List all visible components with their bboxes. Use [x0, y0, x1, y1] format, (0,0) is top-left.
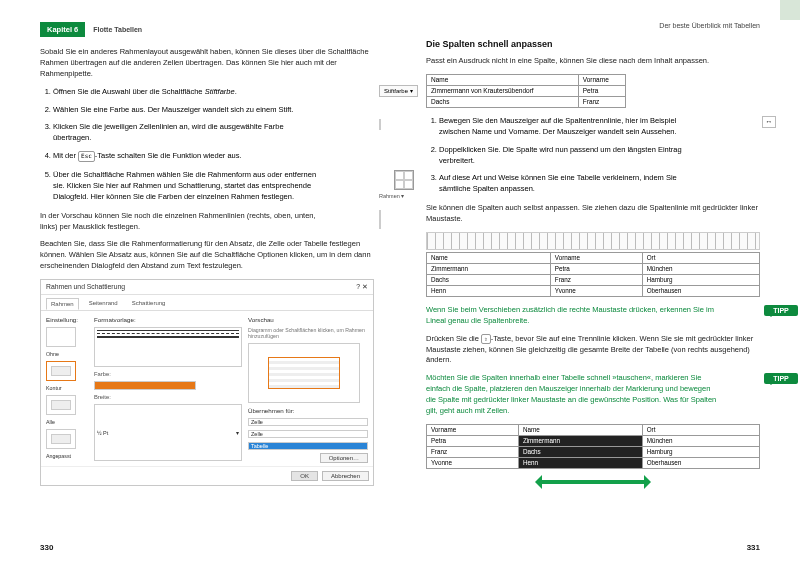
cancel-button: Abbrechen: [322, 471, 369, 481]
tab-schattierung: Schattierung: [128, 298, 170, 310]
page-right: Der beste Überblick mit Tabellen Die Spa…: [400, 0, 800, 564]
vorschau-hint: Diagramm oder Schaltflächen klicken, um …: [248, 327, 368, 339]
ruler-illustration: [426, 232, 760, 250]
step-2: Wählen Sie eine Farbe aus. Der Mauszeige…: [53, 105, 374, 116]
resize-cursor-icon: ↔: [762, 116, 778, 128]
tip-2: Möchten Sie die Spalten innerhalb einer …: [426, 373, 720, 417]
shift-key: ⇧: [481, 334, 491, 345]
swap-arrow: [426, 475, 760, 489]
apply-option-1: Zelle: [248, 418, 368, 426]
tip-1: Wenn Sie beim Verschieben zusätzlich die…: [426, 305, 720, 327]
step-4: Mit der Esc-Taste schalten Sie die Funkt…: [53, 151, 374, 162]
apply-option-2: Zelle: [248, 430, 368, 438]
chapter-title: Flotte Tabellen: [93, 26, 142, 33]
preview-paragraph: In der Vorschau können Sie noch die einz…: [40, 211, 319, 233]
steps-list-1: Öffnen Sie die Auswahl über die Schaltfl…: [40, 87, 374, 162]
dialog-tabs: Rahmen Seitenrand Schattierung: [41, 295, 373, 311]
right-intro: Passt ein Ausdruck nicht in eine Spalte,…: [426, 56, 760, 67]
step-3: Klicken Sie die jeweiligen Zellenlinien …: [53, 122, 374, 144]
tab-seitenrand: Seitenrand: [85, 298, 122, 310]
table-example-3: VornameNameOrt PetraZimmermannMünchen Fr…: [426, 424, 760, 469]
vorschau-label: Vorschau: [248, 316, 368, 323]
corner-tab: [780, 0, 800, 20]
right-steps: Bewegen Sie den Mauszeiger auf die Spalt…: [426, 116, 760, 195]
page-left: Kapitel 6 Flotte Tabellen Sobald Sie ein…: [0, 0, 400, 564]
table-example-1: NameVorname Zimmermann von Krautersübend…: [426, 74, 626, 108]
page-number-right: 331: [747, 543, 760, 552]
apply-option-selected: Tabelle: [248, 442, 368, 450]
ok-button: OK: [291, 471, 318, 481]
tipp-badge-1: TIPP: [764, 305, 798, 316]
step-5: Über die Schaltfläche Rahmen wählen Sie …: [53, 170, 374, 203]
table-example-2: NameVornameOrt ZimmermannPetraMünchen Da…: [426, 252, 760, 297]
dialog-titlebar: Rahmen und Schattierung ? ✕: [41, 280, 373, 295]
right-p2: Sie können die Spalten auch selbst anpas…: [426, 203, 760, 225]
steps-list-2: Über die Schaltfläche Rahmen wählen Sie …: [40, 170, 374, 203]
width-dropdown: ½ Pt▾: [94, 404, 242, 461]
step-1: Öffnen Sie die Auswahl über die Schaltfl…: [53, 87, 374, 98]
double-arrow-icon: [528, 475, 658, 489]
header-right: Der beste Überblick mit Tabellen: [426, 22, 760, 29]
borders-dialog: Rahmen und Schattierung ? ✕ Rahmen Seite…: [40, 279, 374, 486]
right-p3: Drücken Sie die ⇧-Taste, bevor Sie auf e…: [426, 334, 760, 367]
chapter-badge: Kapitel 6: [40, 22, 85, 37]
opt-angepasst: [46, 429, 76, 449]
einstellung-label: Einstellung:: [46, 316, 88, 323]
rstep-3: Auf diese Art und Weise können Sie eine …: [439, 173, 760, 195]
intro-paragraph: Sobald Sie ein anderes Rahmenlayout ausg…: [40, 47, 374, 80]
section-heading: Die Spalten schnell anpassen: [426, 39, 760, 49]
esc-key: Esc: [78, 151, 95, 162]
rstep-1: Bewegen Sie den Mauszeiger auf die Spalt…: [439, 116, 760, 138]
opt-alle: [46, 395, 76, 415]
tipp-badge-2: TIPP: [764, 373, 798, 384]
preview-pane: [248, 343, 360, 403]
format-label: Formatvorlage:: [94, 316, 242, 323]
page-number-left: 330: [40, 543, 53, 552]
header-left: Kapitel 6 Flotte Tabellen: [40, 22, 374, 37]
color-swatch: [94, 381, 196, 390]
options-button: Optionen…: [320, 453, 368, 463]
dialog-title-text: Rahmen und Schattierung: [46, 283, 125, 291]
running-head-right: Der beste Überblick mit Tabellen: [659, 22, 760, 29]
tab-rahmen: Rahmen: [46, 298, 79, 310]
opt-ohne: [46, 327, 76, 347]
dialog-help-close: ? ✕: [356, 283, 368, 291]
uebernehmen-label: Übernehmen für:: [248, 407, 368, 414]
book-spread: Kapitel 6 Flotte Tabellen Sobald Sie ein…: [0, 0, 800, 564]
rstep-2: Doppelklicken Sie. Die Spalte wird nun p…: [439, 145, 760, 167]
opt-kontur: [46, 361, 76, 381]
absatz-paragraph: Beachten Sie, dass Sie die Rahmenformati…: [40, 239, 374, 272]
